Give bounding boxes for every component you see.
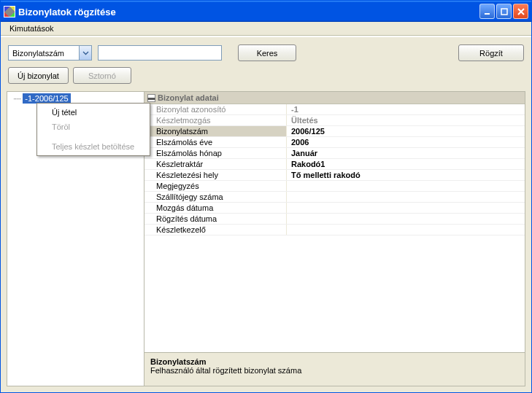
propgrid-label[interactable]: Mozgás dátuma bbox=[144, 203, 287, 213]
svg-rect-1 bbox=[501, 9, 507, 15]
app-icon bbox=[4, 6, 15, 17]
main-split: ····· -1-2006/125 Új tétel Töröl Teljes … bbox=[7, 91, 525, 386]
keres-button[interactable]: Keres bbox=[238, 44, 296, 61]
chevron-down-icon[interactable] bbox=[79, 46, 91, 60]
ctx-separator bbox=[40, 136, 147, 137]
sztorno-button: Sztornó bbox=[73, 67, 131, 84]
propgrid-rows: Bizonylat azonosító-1KészletmozgásÜlteté… bbox=[144, 104, 525, 236]
uj-bizonylat-button[interactable]: Új bizonylat bbox=[8, 67, 69, 84]
propgrid-label[interactable]: Készletmozgás bbox=[144, 115, 287, 125]
tree-expand-icon[interactable]: ····· bbox=[13, 94, 20, 103]
context-menu: Új tétel Töröl Teljes készlet betöltése bbox=[36, 103, 150, 156]
tree-root: ····· -1-2006/125 bbox=[13, 94, 144, 103]
propgrid-value[interactable]: Rakodó1 bbox=[287, 159, 525, 169]
propgrid-header-label: Bizonylat adatai bbox=[158, 93, 219, 102]
window-title: Bizonylatok rögzítése bbox=[18, 6, 479, 17]
propgrid-row[interactable]: Elszámolás éve2006 bbox=[144, 137, 525, 148]
svg-rect-0 bbox=[485, 13, 490, 15]
propgrid-label[interactable]: Készletkezelő bbox=[144, 225, 287, 235]
propgrid-value[interactable] bbox=[287, 203, 525, 213]
menubar: Kimutatások bbox=[1, 22, 531, 36]
ctx-uj-tetel[interactable]: Új tétel bbox=[39, 105, 148, 120]
collapse-icon[interactable]: ▬ bbox=[147, 94, 155, 102]
search-row: Bizonylatszám Keres Rögzít bbox=[8, 44, 524, 61]
propgrid-value[interactable]: Ültetés bbox=[287, 115, 525, 125]
propgrid-row[interactable]: Szállítójegy száma bbox=[144, 192, 525, 203]
propgrid-row[interactable]: Mozgás dátuma bbox=[144, 203, 525, 214]
menu-kimutatasok[interactable]: Kimutatások bbox=[5, 23, 58, 34]
propgrid-label[interactable]: Készletraktár bbox=[144, 159, 287, 169]
window-buttons bbox=[479, 4, 528, 19]
propgrid-value[interactable] bbox=[287, 214, 525, 224]
propgrid-row[interactable]: Készletezési helyTő melletti rakodó bbox=[144, 170, 525, 181]
description-title: Bizonylatszám bbox=[150, 357, 519, 366]
tree-panel[interactable]: ····· -1-2006/125 Új tétel Töröl Teljes … bbox=[7, 91, 144, 386]
close-icon bbox=[517, 7, 525, 16]
propgrid-value[interactable] bbox=[287, 225, 525, 235]
propgrid-value[interactable]: -1 bbox=[287, 104, 525, 114]
minimize-icon bbox=[483, 7, 492, 16]
propgrid-value[interactable]: 2006 bbox=[287, 137, 525, 147]
search-field-combo[interactable]: Bizonylatszám bbox=[8, 45, 92, 61]
propgrid-row[interactable]: Elszámolás hónapJanuár bbox=[144, 148, 525, 159]
propgrid-value[interactable] bbox=[287, 192, 525, 202]
toolbar-area: Bizonylatszám Keres Rögzít Új bizonylat … bbox=[1, 36, 531, 91]
ctx-teljes: Teljes készlet betöltése bbox=[39, 139, 148, 154]
minimize-button[interactable] bbox=[479, 4, 495, 19]
propgrid-value[interactable] bbox=[287, 181, 525, 191]
propgrid-row[interactable]: Bizonylatszám2006/125 bbox=[144, 126, 525, 137]
close-button[interactable] bbox=[513, 4, 528, 19]
propgrid-row[interactable]: Készletkezelő bbox=[144, 225, 525, 236]
combo-value: Bizonylatszám bbox=[9, 47, 79, 59]
propgrid-value[interactable]: 2006/125 bbox=[287, 126, 525, 136]
description-pane: Bizonylatszám Felhasználó által rögzítet… bbox=[144, 352, 525, 386]
titlebar: Bizonylatok rögzítése bbox=[1, 1, 531, 22]
tree-node-selected[interactable]: -1-2006/125 bbox=[23, 93, 70, 104]
main-window: Bizonylatok rögzítése Kimutatások Bizony… bbox=[0, 0, 532, 393]
propgrid-header[interactable]: ▬ Bizonylat adatai bbox=[144, 92, 525, 104]
propgrid-value[interactable]: Tő melletti rakodó bbox=[287, 170, 525, 180]
rogzit-button[interactable]: Rögzít bbox=[458, 44, 524, 61]
propgrid-label[interactable]: Rögzítés dátuma bbox=[144, 214, 287, 224]
propgrid-label[interactable]: Elszámolás éve bbox=[144, 137, 287, 147]
ctx-torol: Töröl bbox=[39, 120, 148, 134]
propgrid-row[interactable]: KészletmozgásÜltetés bbox=[144, 115, 525, 126]
propgrid-row[interactable]: Megjegyzés bbox=[144, 181, 525, 192]
maximize-icon bbox=[500, 7, 509, 16]
propgrid-label[interactable]: Megjegyzés bbox=[144, 181, 287, 191]
search-input[interactable] bbox=[98, 45, 222, 61]
right-pane: ▬ Bizonylat adatai Bizonylat azonosító-1… bbox=[144, 91, 525, 386]
description-text: Felhasználó által rögzített bizonylat sz… bbox=[150, 366, 519, 375]
propgrid-label[interactable]: Készletezési hely bbox=[144, 170, 287, 180]
propgrid-label[interactable]: Elszámolás hónap bbox=[144, 148, 287, 158]
propgrid-label[interactable]: Bizonylatszám bbox=[144, 126, 287, 136]
propgrid-row[interactable]: Bizonylat azonosító-1 bbox=[144, 104, 525, 115]
propgrid-label[interactable]: Szállítójegy száma bbox=[144, 192, 287, 202]
propgrid-label[interactable]: Bizonylat azonosító bbox=[144, 104, 287, 114]
action-row: Új bizonylat Sztornó bbox=[8, 67, 524, 84]
propgrid-value[interactable]: Január bbox=[287, 148, 525, 158]
propgrid-row[interactable]: Rögzítés dátuma bbox=[144, 214, 525, 225]
maximize-button[interactable] bbox=[496, 4, 512, 19]
propgrid-row[interactable]: KészletraktárRakodó1 bbox=[144, 159, 525, 170]
property-grid[interactable]: ▬ Bizonylat adatai Bizonylat azonosító-1… bbox=[144, 92, 525, 352]
